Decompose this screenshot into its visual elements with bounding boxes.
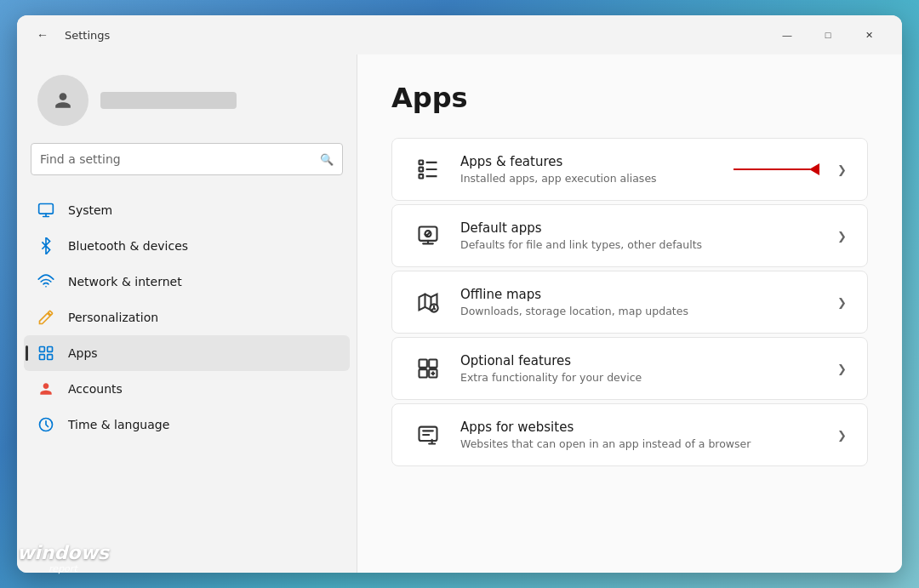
settings-item-default-apps[interactable]: Default apps Defaults for file and link … bbox=[391, 204, 868, 267]
sidebar-item-system-label: System bbox=[68, 203, 112, 217]
minimize-button[interactable]: — bbox=[768, 21, 807, 49]
apps-websites-title: Apps for websites bbox=[460, 420, 820, 435]
sidebar-item-accounts-label: Accounts bbox=[68, 382, 123, 396]
main-content: Find a setting 🔍 System bbox=[17, 54, 902, 573]
apps-websites-icon bbox=[413, 420, 443, 450]
sidebar-item-system[interactable]: System bbox=[24, 192, 350, 228]
offline-maps-text: Offline maps Downloads, storage location… bbox=[460, 287, 820, 317]
svg-rect-1 bbox=[40, 347, 45, 352]
maximize-button[interactable]: □ bbox=[808, 21, 848, 49]
sidebar-item-apps-label: Apps bbox=[68, 346, 98, 360]
avatar bbox=[37, 75, 88, 126]
optional-features-desc: Extra functionality for your device bbox=[460, 371, 820, 384]
titlebar: ← Settings — □ ✕ bbox=[17, 15, 902, 54]
back-button[interactable]: ← bbox=[31, 23, 54, 47]
sidebar-item-network-label: Network & internet bbox=[68, 275, 182, 288]
settings-item-optional-features[interactable]: Optional features Extra functionality fo… bbox=[391, 337, 868, 400]
sidebar-item-bluetooth[interactable]: Bluetooth & devices bbox=[24, 228, 350, 264]
watermark-line2: report bbox=[17, 563, 109, 574]
sidebar-item-accounts[interactable]: Accounts bbox=[24, 371, 350, 407]
settings-item-apps-features[interactable]: Apps & features Installed apps, app exec… bbox=[391, 138, 868, 201]
svg-rect-21 bbox=[420, 427, 437, 441]
default-apps-title: Default apps bbox=[460, 220, 820, 236]
apps-icon bbox=[37, 345, 54, 362]
watermark: windows report bbox=[17, 542, 109, 574]
user-avatar-icon bbox=[54, 91, 72, 110]
svg-rect-2 bbox=[48, 347, 53, 352]
optional-features-chevron: ❯ bbox=[837, 363, 847, 375]
default-apps-desc: Defaults for file and link types, other … bbox=[460, 238, 820, 251]
svg-rect-16 bbox=[429, 360, 437, 368]
offline-maps-chevron: ❯ bbox=[837, 296, 847, 309]
sidebar-item-bluetooth-label: Bluetooth & devices bbox=[68, 239, 188, 253]
accounts-icon bbox=[37, 380, 54, 397]
apps-websites-desc: Websites that can open in an app instead… bbox=[460, 437, 820, 450]
svg-rect-8 bbox=[420, 174, 424, 179]
svg-rect-7 bbox=[420, 168, 424, 172]
user-name-placeholder bbox=[100, 92, 237, 109]
close-button[interactable]: ✕ bbox=[849, 21, 888, 49]
default-apps-icon bbox=[413, 220, 443, 251]
sidebar: Find a setting 🔍 System bbox=[17, 54, 357, 573]
offline-maps-desc: Downloads, storage location, map updates bbox=[460, 305, 820, 317]
settings-list: Apps & features Installed apps, app exec… bbox=[391, 138, 868, 466]
apps-features-chevron: ❯ bbox=[837, 163, 847, 176]
sidebar-item-network[interactable]: Network & internet bbox=[24, 264, 350, 300]
titlebar-left: ← Settings bbox=[31, 23, 768, 47]
search-icon: 🔍 bbox=[320, 153, 334, 166]
titlebar-controls: — □ ✕ bbox=[768, 21, 888, 49]
content-area: Apps Apps & bbox=[357, 54, 902, 573]
page-title: Apps bbox=[391, 82, 868, 114]
svg-rect-4 bbox=[48, 355, 53, 360]
optional-features-text: Optional features Extra functionality fo… bbox=[460, 353, 820, 384]
settings-item-apps-websites[interactable]: Apps for websites Websites that can open… bbox=[391, 403, 868, 466]
offline-maps-icon bbox=[413, 287, 443, 317]
svg-rect-17 bbox=[420, 369, 427, 377]
nav-items: System Bluetooth & devices Network & int… bbox=[17, 189, 357, 446]
default-apps-text: Default apps Defaults for file and link … bbox=[460, 220, 820, 251]
search-box[interactable]: Find a setting 🔍 bbox=[31, 143, 343, 175]
sidebar-item-personalization[interactable]: Personalization bbox=[24, 300, 350, 335]
system-icon bbox=[37, 202, 54, 219]
watermark-line1: windows bbox=[17, 542, 109, 563]
titlebar-title: Settings bbox=[65, 29, 110, 42]
sidebar-item-apps[interactable]: Apps bbox=[24, 335, 350, 371]
network-icon bbox=[37, 273, 54, 290]
settings-window: ← Settings — □ ✕ Find a bbox=[17, 15, 902, 573]
svg-rect-15 bbox=[420, 360, 427, 368]
sidebar-item-time-label: Time & language bbox=[68, 418, 169, 431]
optional-features-icon bbox=[413, 353, 443, 384]
search-section: Find a setting 🔍 bbox=[17, 143, 357, 189]
apps-websites-chevron: ❯ bbox=[837, 429, 847, 442]
default-apps-chevron: ❯ bbox=[837, 230, 847, 243]
svg-rect-3 bbox=[40, 355, 45, 360]
sidebar-item-personalization-label: Personalization bbox=[68, 311, 158, 324]
sidebar-item-time[interactable]: Time & language bbox=[24, 407, 350, 442]
svg-rect-0 bbox=[39, 204, 54, 214]
apps-websites-text: Apps for websites Websites that can open… bbox=[460, 420, 820, 450]
svg-rect-6 bbox=[420, 161, 424, 165]
optional-features-title: Optional features bbox=[460, 353, 820, 368]
user-section bbox=[17, 61, 357, 143]
apps-features-icon bbox=[413, 154, 443, 185]
personalization-icon bbox=[37, 309, 54, 326]
red-arrow-annotation bbox=[733, 163, 819, 175]
settings-item-offline-maps[interactable]: Offline maps Downloads, storage location… bbox=[391, 271, 868, 334]
search-placeholder-text: Find a setting bbox=[40, 152, 313, 166]
bluetooth-icon bbox=[37, 237, 54, 254]
offline-maps-title: Offline maps bbox=[460, 287, 820, 302]
time-icon bbox=[37, 416, 54, 433]
